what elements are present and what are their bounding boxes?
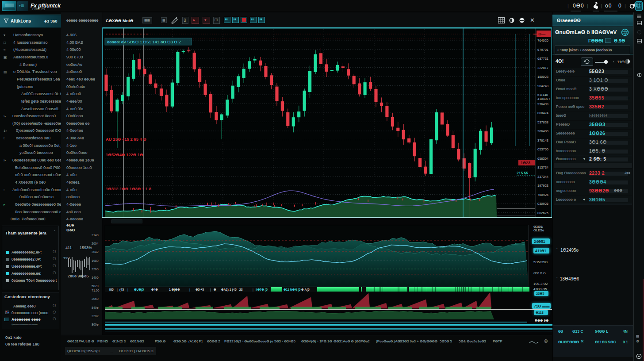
svg-text:760926: 760926 — [537, 193, 548, 197]
svg-text:687731: 687731 — [537, 57, 548, 61]
svg-text:002675: 002675 — [537, 211, 548, 215]
svg-text:653705: 653705 — [537, 147, 548, 151]
svg-text:813734: 813734 — [537, 165, 548, 169]
svg-text:306400: 306400 — [537, 129, 548, 133]
svg-text:AU 25Ө 415 2 65 4 Ө: AU 25Ө 415 2 65 4 Ө — [106, 137, 146, 142]
svg-text:337344: 337344 — [537, 175, 548, 179]
svg-text:өөөөө! өV 5Ө5Ө 1.Ө51 141 өӨ Ө3: өөөөө! өV 5Ө5Ө 1.Ө51 141 өӨ Ө3 Ө 2 — [107, 39, 181, 44]
svg-text:322817: 322817 — [537, 66, 548, 70]
svg-text:030926: 030926 — [537, 202, 548, 206]
svg-text:1Ө52Ө4Ө 122Ө 1Ө: 1Ө52Ө4Ө 122Ө 1Ө — [106, 152, 143, 157]
svg-text:537838: 537838 — [537, 120, 548, 124]
svg-text:4104077: 4104077 — [537, 97, 550, 101]
svg-text:611148: 611148 — [537, 93, 548, 97]
svg-text:376143: 376143 — [537, 138, 548, 142]
svg-text:679701: 679701 — [537, 48, 548, 52]
svg-text:215 55: 215 55 — [517, 171, 528, 175]
svg-text:197923: 197923 — [537, 184, 548, 188]
svg-text:764020: 764020 — [537, 38, 548, 42]
svg-text:936439: 936439 — [537, 102, 548, 106]
svg-text:904248: 904248 — [537, 84, 548, 88]
svg-text:180023: 180023 — [537, 75, 548, 79]
svg-text:1Ө23: 1Ө23 — [521, 161, 530, 165]
svg-text:1Ө312.1ӨӨ 1Ө3Ө 1 1 8: 1Ө312.1ӨӨ 1Ө3Ө 1 1 8 — [106, 186, 151, 191]
svg-text:008474: 008474 — [537, 111, 548, 115]
svg-text:656304: 656304 — [537, 157, 548, 161]
svg-text:Ө⎯⎯: Ө⎯⎯ — [538, 32, 546, 36]
